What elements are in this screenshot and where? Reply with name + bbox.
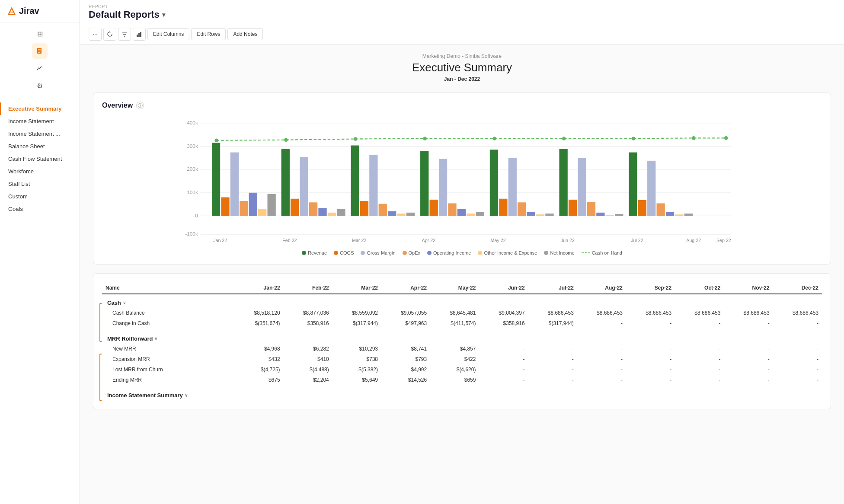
legend-opex: OpEx [403,250,421,255]
report-label: REPORT [89,4,835,9]
cash-balance-may: $8,645,481 [430,308,479,318]
svg-rect-31 [281,149,290,216]
ending-mrr-dec: - [773,375,822,385]
refresh-button[interactable] [103,28,116,41]
svg-text:-100k: -100k [185,231,198,236]
svg-rect-65 [615,214,623,216]
change-in-cash-jan: $(351,674) [234,318,283,329]
report-dropdown-arrow[interactable]: ▾ [162,11,165,18]
svg-rect-60 [569,200,577,216]
svg-text:400k: 400k [187,120,198,125]
svg-rect-35 [318,208,326,216]
legend-cash-on-hand: Cash on Hand [582,250,622,255]
svg-rect-57 [536,214,544,216]
change-in-cash-label: Change in Cash [102,318,234,329]
ending-mrr-nov: - [724,375,773,385]
svg-rect-33 [300,157,308,216]
expansion-mrr-dec: - [773,354,822,364]
ending-mrr-aug: - [577,375,626,385]
expansion-mrr-mar: $738 [332,354,381,364]
svg-text:0: 0 [195,213,198,218]
mrr-bracket [99,354,102,401]
nav-item-staff-list[interactable]: Staff List [0,178,80,190]
col-apr22: Apr-22 [381,282,430,294]
cash-collapse-arrow[interactable]: ∨ [123,300,126,305]
col-jan22: Jan-22 [234,282,283,294]
ending-mrr-mar: $5,649 [332,375,381,385]
new-mrr-jan: $4,968 [234,344,283,354]
overview-section: Overview ⓘ 400k 300k 200k 100k 0 -100k [93,93,831,265]
legend-gross-margin: Gross Margin [361,250,395,255]
nav-item-workforce[interactable]: Workforce [0,165,80,178]
new-mrr-dec: - [773,344,822,354]
nav-item-custom[interactable]: Custom [0,190,80,203]
ending-mrr-oct: - [675,375,724,385]
expansion-mrr-jun: - [479,354,528,364]
grid-nav-icon[interactable]: ⊞ [32,26,48,41]
cash-section-header: Cash ∨ [102,294,822,308]
svg-rect-36 [328,213,336,216]
change-in-cash-feb: $358,916 [284,318,332,329]
table-header-row: Name Jan-22 Feb-22 Mar-22 Apr-22 May-22 … [102,282,822,294]
nav-item-goals[interactable]: Goals [0,203,80,215]
settings-nav-icon[interactable]: ⚙ [32,78,48,93]
nav-item-cash-flow[interactable]: Cash Flow Statement [0,153,80,165]
nav-item-income-statement-2[interactable]: Income Statement ... [0,128,80,140]
add-notes-button[interactable]: Add Notes [227,28,263,40]
report-header: Marketing Demo - Simba Software Executiv… [93,53,831,82]
edit-columns-button[interactable]: Edit Columns [147,28,189,40]
more-options-button[interactable]: ··· [89,28,102,41]
svg-point-74 [284,138,288,142]
lost-mrr-may: $(4,620) [430,364,479,375]
income-statement-collapse-arrow[interactable]: ∨ [185,393,188,398]
logo-area: Jirav [0,0,80,22]
legend-other-income: Other Income & Expense [478,250,537,255]
document-nav-icon[interactable] [32,43,48,59]
overview-header: Overview ⓘ [102,102,822,109]
report-subtitle: Marketing Demo - Simba Software [93,53,831,59]
expansion-mrr-row: Expansion MRR $432 $410 $738 $793 $422 -… [102,354,822,364]
chart-nav-icon[interactable] [32,61,48,76]
toolbar: ··· Edit Columns Edit Rows Add Notes [80,24,844,45]
lost-mrr-label: Lost MRR from Churn [102,364,234,375]
filter-sort-button[interactable] [118,28,131,41]
cash-balance-label: Cash Balance [102,308,234,318]
jirav-logo-icon [7,6,16,16]
operating-income-dot [427,251,432,255]
cash-balance-mar: $8,559,092 [332,308,381,318]
change-in-cash-jun: $358,916 [479,318,528,329]
svg-point-77 [492,137,496,140]
svg-point-76 [423,137,427,140]
cash-balance-jun: $9,004,397 [479,308,528,318]
lost-mrr-jun: - [479,364,528,375]
lost-mrr-dec: - [773,364,822,375]
change-in-cash-nov: - [724,318,773,329]
col-may22: May-22 [430,282,479,294]
table-wrapper: Name Jan-22 Feb-22 Mar-22 Apr-22 May-22 … [102,282,822,400]
new-mrr-oct: - [675,344,724,354]
nav-item-income-statement[interactable]: Income Statement [0,115,80,128]
nav-item-balance-sheet[interactable]: Balance Sheet [0,140,80,153]
expansion-mrr-jan: $432 [234,354,283,364]
nav-item-executive-summary[interactable]: Executive Summary [0,102,80,115]
expansion-mrr-oct: - [675,354,724,364]
svg-text:May 22: May 22 [491,238,506,243]
col-aug22: Aug-22 [577,282,626,294]
chart-svg: 400k 300k 200k 100k 0 -100k [102,116,822,246]
svg-rect-67 [638,200,646,216]
lost-mrr-sep: - [626,364,675,375]
chart-toggle-button[interactable] [133,28,146,41]
svg-rect-55 [518,202,526,216]
overview-info-icon[interactable]: ⓘ [136,102,144,109]
cash-balance-apr: $9,057,055 [381,308,430,318]
change-in-cash-row: Change in Cash $(351,674) $358,916 $(317… [102,318,822,329]
svg-text:Apr 22: Apr 22 [422,238,436,243]
page-header: REPORT Default Reports ▾ [80,0,844,24]
income-statement-section-header: Income Statement Summary ∨ [102,385,822,400]
svg-rect-27 [240,201,248,216]
svg-rect-47 [439,159,447,216]
mrr-collapse-arrow[interactable]: ∨ [154,336,157,341]
change-in-cash-apr: $497,963 [381,318,430,329]
edit-rows-button[interactable]: Edit Rows [191,28,226,40]
svg-rect-24 [212,143,220,216]
